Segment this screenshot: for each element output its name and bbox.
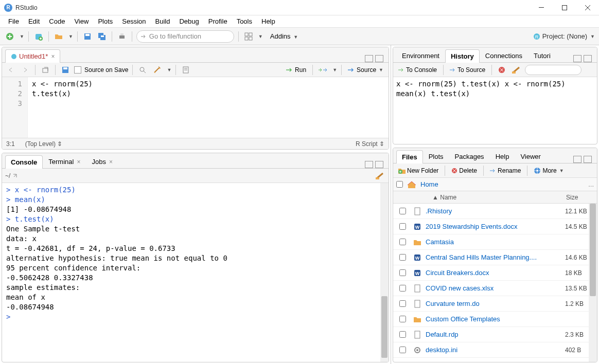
forward-button[interactable] xyxy=(20,64,31,76)
pane-minimize-button[interactable] xyxy=(573,156,582,163)
file-row[interactable]: WCircuit Breakers.docx18 KB xyxy=(393,265,597,281)
file-name[interactable]: FIPS table.csv xyxy=(426,361,561,362)
new-folder-button[interactable]: New Folder xyxy=(396,166,441,175)
remove-entry-button[interactable] xyxy=(496,64,507,76)
close-button[interactable] xyxy=(576,0,599,15)
chevron-down-icon[interactable]: ▼ xyxy=(68,34,73,39)
select-all-checkbox[interactable] xyxy=(396,181,403,188)
file-checkbox[interactable] xyxy=(399,208,406,214)
file-row[interactable]: .Rhistory12.1 KB xyxy=(393,204,597,219)
file-row[interactable]: FIPS table.csv2.9 KB xyxy=(393,358,597,362)
file-name[interactable]: Camtasia xyxy=(426,238,561,246)
save-button[interactable] xyxy=(82,31,93,42)
menu-edit[interactable]: Edit xyxy=(24,16,44,26)
home-icon[interactable] xyxy=(407,180,416,189)
file-row[interactable]: Curvature term.do1.2 KB xyxy=(393,296,597,312)
history-search-input[interactable] xyxy=(525,65,582,75)
file-name[interactable]: Circuit Breakers.docx xyxy=(426,269,561,277)
console-output[interactable]: > x <- rnorm(25)> mean(x)[1] -0.08674948… xyxy=(2,183,389,362)
show-in-new-window-button[interactable] xyxy=(40,64,51,76)
file-checkbox[interactable] xyxy=(399,316,406,322)
chevron-down-icon[interactable]: ▼ xyxy=(258,34,263,39)
file-row[interactable]: desktop.ini402 B xyxy=(393,342,597,358)
file-name[interactable]: Curvature term.do xyxy=(426,300,561,307)
popout-icon[interactable] xyxy=(12,173,17,178)
tab-console[interactable]: Console xyxy=(5,155,43,169)
sort-name-button[interactable]: ▲ Name xyxy=(412,194,566,201)
tab-connections[interactable]: Connections xyxy=(480,49,528,62)
menu-profile[interactable]: Profile xyxy=(204,16,232,26)
tab-environment[interactable]: Environment xyxy=(396,49,445,62)
file-checkbox[interactable] xyxy=(399,254,406,261)
new-project-button[interactable] xyxy=(33,31,44,42)
back-button[interactable] xyxy=(5,64,16,76)
editor[interactable]: 123 x <- rnorm(25) t.test(x) xyxy=(2,77,389,138)
chevron-down-icon[interactable]: ▼ xyxy=(20,34,24,39)
tab-packages[interactable]: Packages xyxy=(449,150,490,163)
addins-button[interactable]: Addins ▼ xyxy=(270,32,298,40)
tab-terminal[interactable]: Terminal× xyxy=(43,155,86,168)
file-checkbox[interactable] xyxy=(399,223,406,230)
goto-file-input[interactable]: Go to file/function xyxy=(136,30,234,43)
tab-history[interactable]: History xyxy=(445,49,480,63)
tab-plots[interactable]: Plots xyxy=(423,150,449,163)
source-tab[interactable]: Untitled1* × xyxy=(5,49,60,63)
delete-button[interactable]: Delete xyxy=(449,166,479,175)
file-row[interactable]: Custom Office Templates xyxy=(393,312,597,327)
file-name[interactable]: .Rhistory xyxy=(426,207,561,215)
menu-build[interactable]: Build xyxy=(151,16,174,26)
file-checkbox[interactable] xyxy=(399,239,406,245)
file-checkbox[interactable] xyxy=(399,331,406,338)
print-button[interactable] xyxy=(116,31,128,42)
new-file-button[interactable] xyxy=(4,31,15,42)
to-console-button[interactable]: To Console xyxy=(396,65,439,75)
file-checkbox[interactable] xyxy=(399,285,406,292)
close-icon[interactable]: × xyxy=(77,158,80,166)
sort-size-button[interactable]: Size xyxy=(566,194,597,201)
scrollbar[interactable] xyxy=(380,183,389,362)
menu-debug[interactable]: Debug xyxy=(175,16,203,26)
minimize-button[interactable] xyxy=(530,0,553,15)
pane-maximize-button[interactable] xyxy=(584,55,592,62)
tab-tutorial[interactable]: Tutori xyxy=(528,49,556,62)
save-all-button[interactable] xyxy=(96,31,108,42)
close-icon[interactable]: × xyxy=(51,53,55,60)
to-source-button[interactable]: To Source xyxy=(448,65,487,75)
file-checkbox[interactable] xyxy=(399,300,406,307)
compile-report-button[interactable] xyxy=(180,64,191,76)
menu-tools[interactable]: Tools xyxy=(233,16,256,26)
file-name[interactable]: desktop.ini xyxy=(426,346,561,354)
pane-minimize-button[interactable] xyxy=(365,55,373,62)
tab-help[interactable]: Help xyxy=(490,150,515,163)
file-row[interactable]: W2019 Stewardship Events.docx14.5 KB xyxy=(393,219,597,234)
scope-selector[interactable]: (Top Level) ⇕ xyxy=(25,140,63,148)
project-menu[interactable]: R Project: (None) ▼ xyxy=(533,32,595,40)
file-row[interactable]: COVID new cases.xlsx13.5 KB xyxy=(393,281,597,296)
chevron-down-icon[interactable]: ▼ xyxy=(332,67,337,72)
files-list[interactable]: .Rhistory12.1 KBW2019 Stewardship Events… xyxy=(393,204,597,362)
tab-jobs[interactable]: Jobs× xyxy=(86,155,118,168)
workspace-panes-button[interactable] xyxy=(243,31,254,42)
file-row[interactable]: Default.rdp2.3 KB xyxy=(393,327,597,342)
menu-view[interactable]: View xyxy=(70,16,93,26)
file-type-selector[interactable]: R Script ⇕ xyxy=(356,140,384,148)
pane-minimize-button[interactable] xyxy=(573,55,582,62)
menu-plots[interactable]: Plots xyxy=(94,16,117,26)
open-file-button[interactable] xyxy=(53,31,64,42)
menu-code[interactable]: Code xyxy=(45,16,69,26)
pane-minimize-button[interactable] xyxy=(365,161,373,168)
menu-help[interactable]: Help xyxy=(257,16,279,26)
more-button[interactable]: More ▼ xyxy=(532,166,566,175)
file-name[interactable]: Central Sand Hills Master Planning.... xyxy=(426,253,561,261)
file-row[interactable]: WCentral Sand Hills Master Planning....1… xyxy=(393,250,597,265)
file-checkbox[interactable] xyxy=(399,269,406,276)
tab-viewer[interactable]: Viewer xyxy=(515,150,547,163)
file-name[interactable]: COVID new cases.xlsx xyxy=(426,284,561,292)
maximize-button[interactable] xyxy=(553,0,576,15)
find-button[interactable] xyxy=(137,64,148,76)
file-checkbox[interactable] xyxy=(399,347,406,353)
source-on-save-checkbox[interactable] xyxy=(74,66,81,74)
menu-file[interactable]: File xyxy=(4,16,23,26)
file-name[interactable]: Custom Office Templates xyxy=(426,315,561,323)
home-link[interactable]: Home xyxy=(420,180,438,188)
